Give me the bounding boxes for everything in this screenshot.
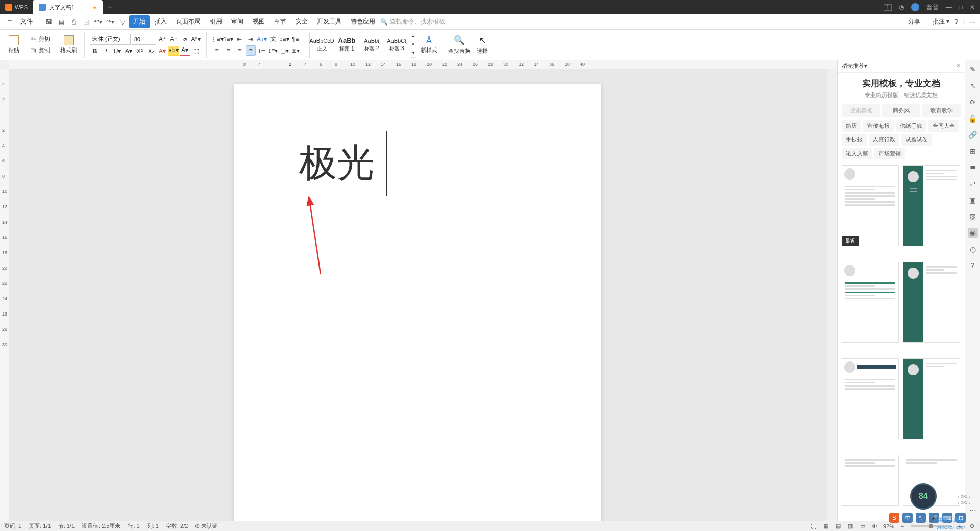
style-scroll-up-icon[interactable]: ▲ (410, 32, 416, 41)
file-menu[interactable]: 文件 (16, 15, 37, 28)
find-replace-button[interactable]: 🔍 查找替换 (446, 34, 473, 56)
select-button[interactable]: ↖ 选择 (475, 34, 490, 56)
print-preview-icon[interactable]: ▤ (56, 16, 67, 28)
tag-contract[interactable]: 合同大全 (928, 120, 959, 132)
zoom-out-icon[interactable]: − (898, 522, 906, 530)
view-print-icon[interactable]: ▦ (822, 522, 830, 530)
align-justify-icon[interactable]: ≡ (246, 45, 256, 56)
shading-icon[interactable]: ▢▾ (279, 45, 289, 56)
tag-letter[interactable]: 信纸手账 (896, 120, 926, 132)
spacing-icon[interactable]: ⇄ (968, 179, 978, 189)
help-icon[interactable]: ? (954, 18, 958, 26)
document-area[interactable]: 极光 (9, 69, 827, 521)
tab-review[interactable]: 审阅 (227, 15, 248, 28)
template-thumb[interactable] (903, 165, 960, 246)
copy-button[interactable]: ⿻复制 (28, 45, 52, 56)
status-chars[interactable]: 字数: 2/2 (166, 522, 188, 530)
template-thumb[interactable] (903, 262, 960, 343)
window-count-badge[interactable]: 1 (884, 4, 892, 11)
panel-tab-business[interactable]: 商务风 (882, 104, 920, 117)
status-row[interactable]: 行: 1 (128, 522, 139, 530)
tab-security[interactable]: 安全 (291, 15, 312, 28)
font-size-select[interactable] (132, 34, 156, 45)
template-thumb[interactable] (842, 455, 899, 506)
bullet-list-icon[interactable]: ⋮≡▾ (212, 34, 222, 44)
grid-icon[interactable]: ⊞ (968, 146, 978, 156)
more-icon[interactable]: ⋯ (968, 505, 978, 516)
panel-tab-search[interactable]: 搜索模板 (842, 104, 880, 117)
template-thumb[interactable] (842, 358, 899, 439)
bold-button[interactable]: B (90, 46, 100, 56)
hamburger-icon[interactable]: ≡ (4, 16, 15, 28)
strikethrough-button[interactable]: A̶▾ (124, 46, 134, 56)
number-list-icon[interactable]: 1≡▾ (223, 34, 233, 44)
tab-insert[interactable]: 插入 (151, 15, 171, 28)
increase-indent-icon[interactable]: ⇥ (246, 34, 256, 44)
panel-tab-education[interactable]: 教育教学 (922, 104, 961, 117)
chevron-up-icon[interactable]: ︿ (970, 17, 976, 26)
save-icon[interactable]: 🖫 (43, 16, 55, 28)
status-section[interactable]: 节: 1/1 (58, 522, 75, 530)
view-web-icon[interactable]: ▥ (846, 522, 854, 530)
template-icon[interactable]: ◉ (968, 228, 978, 238)
distribute-icon[interactable]: ⫞⫟ (257, 45, 267, 56)
panel-close-icon[interactable]: ✕ (956, 63, 961, 69)
link-icon[interactable]: 🔗 (968, 130, 978, 140)
new-style-button[interactable]: Ȃ 新样式 (419, 35, 439, 55)
eye-icon[interactable]: 👁 (871, 522, 879, 530)
tab-view[interactable]: 视图 (249, 15, 269, 28)
increase-font-icon[interactable]: A⁺ (157, 34, 167, 44)
template-thumb[interactable] (903, 358, 960, 439)
format-painter-button[interactable]: 格式刷 (58, 34, 79, 55)
lock-icon[interactable]: 🔒 (968, 113, 978, 124)
skin-icon[interactable]: ◔ (899, 4, 904, 11)
tag-thesis[interactable]: 论文文献 (842, 148, 872, 159)
tab-section[interactable]: 章节 (270, 15, 290, 28)
paste-button[interactable]: 粘贴 (6, 34, 21, 55)
sogou-icon[interactable]: S (889, 513, 899, 523)
style-heading3[interactable]: AaBbC(标题 3 (385, 32, 409, 58)
maximize-button[interactable]: □ (959, 4, 963, 11)
refresh-side-icon[interactable]: ⟳ (968, 97, 978, 107)
print-icon[interactable]: ⎙ (68, 16, 79, 28)
ime-punct-icon[interactable]: °, (916, 513, 926, 523)
font-name-select[interactable] (90, 34, 131, 45)
vertical-ruler[interactable]: 4 2 2 4 6 8 10 12 14 16 18 20 22 24 26 2… (0, 69, 9, 521)
collapse-ribbon-icon[interactable]: ∶ (963, 18, 965, 26)
tab-references[interactable]: 引用 (206, 15, 226, 28)
tag-poster[interactable]: 宣传海报 (863, 120, 894, 132)
superscript-button[interactable]: X² (135, 46, 145, 56)
cut-button[interactable]: ✄剪切 (28, 34, 52, 44)
layers-icon[interactable]: ≣ (968, 162, 978, 173)
fullscreen-icon[interactable]: ⛶ (810, 522, 818, 530)
status-page-of[interactable]: 页面: 1/1 (29, 522, 51, 530)
change-case-icon[interactable]: Aᵃ▾ (191, 34, 201, 44)
fit-icon[interactable]: ⊙ (968, 522, 976, 530)
align-right-icon[interactable]: ≡ (234, 45, 244, 56)
minimize-button[interactable]: — (946, 4, 952, 11)
annotate-button[interactable]: ☐ 批注 ▾ (925, 17, 950, 26)
page[interactable]: 极光 (234, 84, 601, 521)
new-tab-button[interactable]: + (103, 3, 117, 12)
share-button[interactable]: 分享 (908, 17, 920, 26)
text-effect-button[interactable]: A▾ (157, 46, 167, 56)
user-avatar-icon[interactable] (911, 3, 919, 11)
close-button[interactable]: ✕ (970, 4, 975, 11)
document-tab[interactable]: 文字文稿1 ● (33, 0, 103, 14)
tag-exam[interactable]: 试题试卷 (901, 134, 932, 146)
borders-icon[interactable]: ⊞▾ (290, 45, 301, 56)
refresh-icon[interactable]: ◲ (80, 16, 91, 28)
style-heading1[interactable]: AaBb标题 1 (335, 32, 359, 58)
underline-button[interactable]: U▾ (112, 46, 122, 56)
tab-special[interactable]: 特色应用 (347, 15, 379, 28)
decrease-font-icon[interactable]: A⁻ (168, 34, 179, 44)
font-color-button[interactable]: A▾ (180, 46, 190, 56)
status-position[interactable]: 设置值: 2.5厘米 (82, 522, 120, 530)
box-icon[interactable]: ▣ (968, 195, 978, 205)
style-heading2[interactable]: AaBb(标题 2 (360, 32, 384, 58)
template-thumb[interactable]: 最近 (842, 165, 899, 246)
decrease-indent-icon[interactable]: ⇤ (234, 34, 244, 44)
document-text[interactable]: 极光 (299, 138, 375, 189)
tab-home[interactable]: 开始 (129, 15, 150, 28)
style-expand-icon[interactable]: ▾ (410, 49, 416, 58)
